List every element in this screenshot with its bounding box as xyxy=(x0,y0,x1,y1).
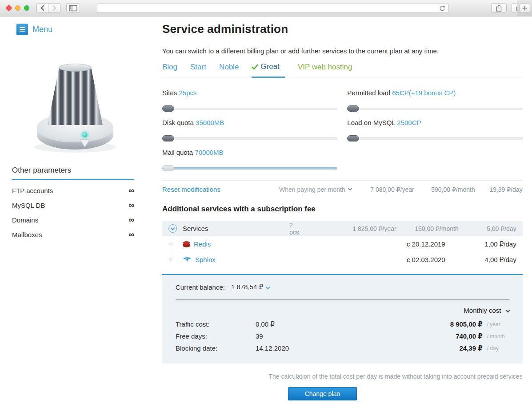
mysql-load-label: Load on MySQL xyxy=(347,119,395,126)
cost-mode-select[interactable]: Monthly cost xyxy=(464,307,509,314)
balance-dropdown[interactable] xyxy=(263,283,269,291)
menu-button[interactable]: Menu xyxy=(16,24,162,35)
sites-slider[interactable] xyxy=(162,105,337,112)
disk-quota-control: Disk quota 35000MB xyxy=(162,119,337,142)
cost-row-blocking-date: Blocking date: 14.12.2020 24,39 ₽ / day xyxy=(176,342,509,354)
chevron-down-circle-icon xyxy=(170,226,175,230)
disk-quota-label: Disk quota xyxy=(162,119,194,126)
plan-price-month: 590,00 ₽/month xyxy=(414,186,475,193)
slider-thumb[interactable] xyxy=(162,165,174,171)
mail-quota-control: Mail quota 70000MB xyxy=(162,149,337,172)
per-year-label: / year xyxy=(487,321,509,327)
additional-services-heading: Additional services with a subscription … xyxy=(162,205,523,214)
sites-label: Sites xyxy=(162,89,177,97)
reload-icon[interactable] xyxy=(439,5,446,12)
slider-thumb[interactable] xyxy=(162,135,174,141)
traffic-cost-value: 0,00 ₽ xyxy=(256,320,450,328)
menu-label: Menu xyxy=(32,25,52,34)
mail-quota-label: Mail quota xyxy=(162,149,193,156)
redis-price: 1,00 ₽/day xyxy=(445,240,516,248)
sidebar-item-mysql-db[interactable]: MySQL DB ∞ xyxy=(12,198,134,213)
chevron-down-icon xyxy=(505,308,510,313)
services-group-label: Services xyxy=(183,225,289,232)
redis-icon xyxy=(183,241,190,247)
knob-illustration xyxy=(31,53,120,156)
billing-panel: Current balance: 1 878,54 ₽ Monthly cost… xyxy=(162,274,523,364)
slider-thumb[interactable] xyxy=(347,105,359,112)
sites-control: Sites 25pcs xyxy=(162,89,337,112)
chevron-right-icon xyxy=(52,4,57,12)
zoom-icon[interactable] xyxy=(24,5,29,11)
tab-start[interactable]: Start xyxy=(190,62,206,77)
paying-mode-select[interactable]: When paying per month xyxy=(279,186,352,193)
sites-value: 25pcs xyxy=(179,89,197,97)
sidebar-item-ftp-accounts[interactable]: FTP accounts ∞ xyxy=(12,183,134,198)
permitted-load-value: 65CP(+19 bonus CP) xyxy=(392,89,456,97)
change-plan-button[interactable]: Change plan xyxy=(288,387,357,400)
window-controls xyxy=(6,5,29,11)
blocking-date-value: 14.12.2020 xyxy=(256,344,460,352)
mysql-load-value: 2500CP xyxy=(397,119,421,126)
services-price-day: 5,00 ₽/day xyxy=(459,225,516,232)
browser-toolbar xyxy=(0,0,532,16)
chevron-down-icon xyxy=(266,285,270,289)
forward-button[interactable] xyxy=(48,3,60,13)
sphinx-since-date: c 02.03.2020 xyxy=(312,256,445,263)
current-balance-value: 1 878,54 ₽ xyxy=(231,283,263,291)
disk-quota-slider[interactable] xyxy=(162,135,337,141)
mail-quota-value: 70000MB xyxy=(195,149,223,156)
free-days-label: Free days: xyxy=(176,332,256,340)
services-price-year: 1 825,00 ₽/year xyxy=(301,225,396,232)
share-button[interactable] xyxy=(491,3,507,13)
tree-node-icon xyxy=(169,242,172,246)
total-month-amount: 740,00 ₽ xyxy=(456,332,482,340)
free-days-value: 39 xyxy=(256,332,456,340)
close-icon[interactable] xyxy=(6,5,12,11)
tab-noble[interactable]: Noble xyxy=(219,62,239,77)
reset-modifications-link[interactable]: Reset modifications xyxy=(162,186,220,193)
address-bar[interactable] xyxy=(97,4,449,13)
sphinx-link[interactable]: Sphinx xyxy=(195,256,216,263)
tab-vip-web-hosting[interactable]: VIP web hosting xyxy=(298,62,352,77)
permitted-load-slider[interactable] xyxy=(347,105,522,112)
sidebar-toggle-button[interactable] xyxy=(66,3,80,13)
traffic-cost-label: Traffic cost: xyxy=(176,320,256,328)
slider-thumb[interactable] xyxy=(162,105,174,112)
per-day-label: / day xyxy=(487,345,509,351)
total-day-amount: 24,39 ₽ xyxy=(460,344,483,352)
cost-row-free-days: Free days: 39 740,00 ₽ / month xyxy=(176,330,509,342)
mysql-load-slider[interactable] xyxy=(347,135,522,141)
mail-quota-slider[interactable] xyxy=(162,165,337,171)
disk-quota-value: 35000MB xyxy=(196,119,224,126)
total-year-amount: 8 905,00 ₽ xyxy=(450,320,483,328)
other-parameters-list: FTP accounts ∞ MySQL DB ∞ Domains ∞ Mail… xyxy=(12,183,134,242)
new-tab-button[interactable] xyxy=(517,0,532,16)
current-balance-label: Current balance: xyxy=(176,283,225,291)
sidebar-icon xyxy=(69,5,77,12)
url-input[interactable] xyxy=(97,4,448,12)
infinity-value: ∞ xyxy=(128,215,134,225)
hamburger-icon xyxy=(16,24,28,35)
slider-thumb[interactable] xyxy=(347,135,359,141)
table-row-redis: Redis c 20.12.2019 1,00 ₽/day xyxy=(162,236,523,252)
permitted-load-label: Permitted load xyxy=(347,89,390,97)
minimize-icon[interactable] xyxy=(15,5,20,11)
tab-blog[interactable]: Blog xyxy=(162,62,177,77)
services-price-month: 150,00 ₽/month xyxy=(396,225,459,232)
back-button[interactable] xyxy=(36,3,48,13)
services-table: Services 2 pcs. 1 825,00 ₽/year 150,00 ₽… xyxy=(162,221,523,267)
page-title: Service administration xyxy=(162,22,523,36)
plan-sliders: Sites 25pcs Permitted load 65CP(+19 bonu… xyxy=(162,89,523,178)
services-group-row: Services 2 pcs. 1 825,00 ₽/year 150,00 ₽… xyxy=(162,221,523,236)
share-icon xyxy=(496,4,502,12)
blocking-date-label: Blocking date: xyxy=(176,344,256,352)
check-icon xyxy=(252,64,258,70)
collapse-services-button[interactable] xyxy=(168,224,177,233)
plan-price-year: 7 080,00 ₽/year xyxy=(352,186,414,193)
tab-great[interactable]: Great xyxy=(252,62,285,78)
mysql-load-control: Load on MySQL 2500CP xyxy=(347,119,522,142)
chevron-left-icon xyxy=(40,4,45,12)
sidebar-item-domains[interactable]: Domains ∞ xyxy=(12,213,134,227)
sidebar-item-mailboxes[interactable]: Mailboxes ∞ xyxy=(12,227,134,242)
redis-link[interactable]: Redis xyxy=(194,240,211,248)
